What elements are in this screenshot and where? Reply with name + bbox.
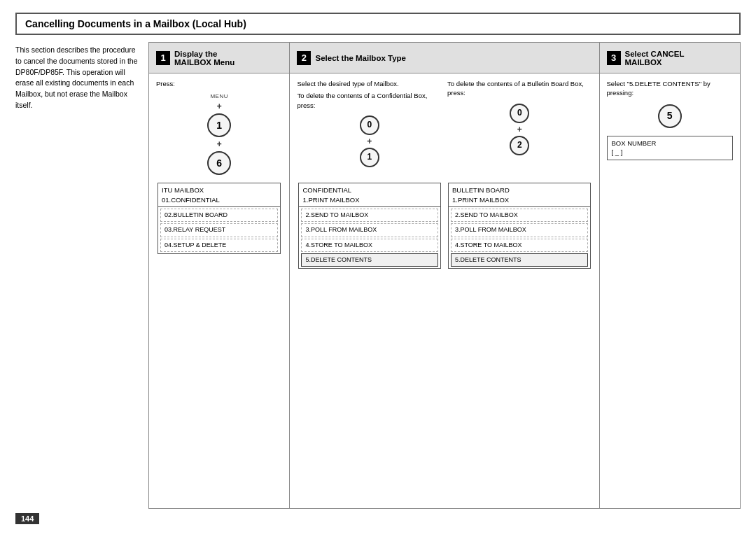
step-2-subtext2: To delete the contents of a Confidential… <box>297 91 442 110</box>
step-2-subtext3: To delete the contents of a Bulletin Boa… <box>447 79 592 98</box>
menu-label: MENU <box>210 92 228 101</box>
intro-text: This section describes the procedure to … <box>15 42 148 509</box>
conf-item-3: 3.POLL FROM MAILBOX <box>301 223 438 237</box>
step-1-column: 1 Display theMAILBOX Menu Press: MENU + … <box>149 43 290 508</box>
step-3-header: 3 Select CANCELMAILBOX <box>600 43 740 73</box>
conf-menu-box: CONFIDENTIAL 1.PRINT MAILBOX 2.SEND TO M… <box>298 183 441 269</box>
step-2-body: Select the desired type of Mailbox. To d… <box>290 73 598 508</box>
page-number: 144 <box>15 513 39 524</box>
box-number-value: [ _ ] <box>612 148 728 157</box>
plus-sign-2b: + <box>517 125 522 134</box>
bull-item-4: 4.STORE TO MAILBOX <box>451 239 588 252</box>
button-1-conf: 1 <box>360 148 379 167</box>
menu-item-02: 02.BULLETIN BOARD <box>160 209 278 222</box>
bull-item-2: 2.SEND TO MAILBOX <box>451 209 588 222</box>
plus-sign-2a: + <box>367 137 372 146</box>
button-0-bull: 0 <box>510 104 529 123</box>
step-2-conf-menu: CONFIDENTIAL 1.PRINT MAILBOX 2.SEND TO M… <box>297 178 442 269</box>
step-3-body: Select "5.DELETE CONTENTS" by pressing: … <box>600 73 740 508</box>
step-1-title: Display theMAILBOX Menu <box>174 50 234 66</box>
step-2-number: 2 <box>297 51 311 65</box>
step-3-column: 3 Select CANCELMAILBOX Select "5.DELETE … <box>600 43 740 508</box>
step-2-confidential: Select the desired type of Mailbox. To d… <box>297 79 442 174</box>
bull-menu-header: BULLETIN BOARD 1.PRINT MAILBOX <box>449 183 590 208</box>
bull-item-5: 5.DELETE CONTENTS <box>451 253 588 267</box>
conf-item-2: 2.SEND TO MAILBOX <box>301 209 438 222</box>
conf-item-4: 4.STORE TO MAILBOX <box>301 239 438 252</box>
step-2-title: Select the Mailbox Type <box>315 54 406 62</box>
box-number-input: BOX NUMBER [ _ ] <box>607 136 733 161</box>
step-1-press-label: Press: <box>156 79 282 88</box>
button-6: 6 <box>207 151 231 175</box>
menu-item-03: 03.RELAY REQUEST <box>160 223 278 237</box>
button-1: 1 <box>207 113 231 137</box>
step-1-header: 1 Display theMAILBOX Menu <box>149 43 289 73</box>
step-3-title: Select CANCELMAILBOX <box>625 50 685 66</box>
step-2-header: 2 Select the Mailbox Type <box>290 43 598 73</box>
bull-menu-box: BULLETIN BOARD 1.PRINT MAILBOX 2.SEND TO… <box>448 183 591 269</box>
step-3-number: 3 <box>607 51 621 65</box>
bull-item-3: 3.POLL FROM MAILBOX <box>451 223 588 237</box>
step-2-subtext1: Select the desired type of Mailbox. <box>297 79 442 88</box>
step-2-column: 2 Select the Mailbox Type Select the des… <box>290 43 599 508</box>
step-3-buttons: 5 <box>607 102 733 130</box>
button-0-conf: 0 <box>360 115 379 135</box>
page-title: Cancelling Documents in a Mailbox (Local… <box>15 13 741 35</box>
conf-item-5: 5.DELETE CONTENTS <box>301 253 438 267</box>
menu-item-04: 04.SETUP & DELETE <box>160 239 278 252</box>
step-2-bulletin: To delete the contents of a Bulletin Boa… <box>447 79 592 174</box>
step-2-bull-menu: BULLETIN BOARD 1.PRINT MAILBOX 2.SEND TO… <box>447 178 592 269</box>
button-5: 5 <box>658 104 682 128</box>
plus-sign-1a: + <box>217 102 222 111</box>
menu-itu-header: ITU MAILBOX 01.CONFIDENTIAL <box>158 183 280 208</box>
step-1-number: 1 <box>156 51 170 65</box>
step-3-subtext: Select "5.DELETE CONTENTS" by pressing: <box>607 79 733 98</box>
step-2-conf-buttons: 0 + 1 <box>297 114 442 169</box>
conf-menu-header: CONFIDENTIAL 1.PRINT MAILBOX <box>299 183 440 208</box>
plus-sign-1b: + <box>217 140 222 148</box>
step-1-menu-box: ITU MAILBOX 01.CONFIDENTIAL 02.BULLETIN … <box>158 183 281 254</box>
step-2-menus: CONFIDENTIAL 1.PRINT MAILBOX 2.SEND TO M… <box>297 178 592 269</box>
box-number-label: BOX NUMBER <box>612 139 728 148</box>
step-1-buttons: MENU + 1 + 6 <box>156 92 282 177</box>
step-1-body: Press: MENU + 1 + 6 ITU MAILBOX <box>149 73 289 508</box>
button-2-bull: 2 <box>510 136 529 155</box>
step-2-bull-buttons: 0 + 2 <box>447 102 592 157</box>
